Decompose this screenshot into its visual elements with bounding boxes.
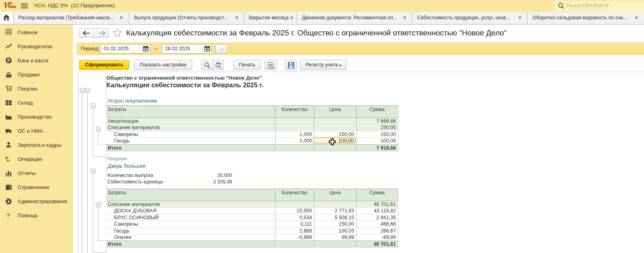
- svg-text:?: ?: [6, 212, 10, 219]
- svg-text:Дт: Дт: [5, 156, 9, 159]
- svg-text:Кт: Кт: [7, 159, 10, 162]
